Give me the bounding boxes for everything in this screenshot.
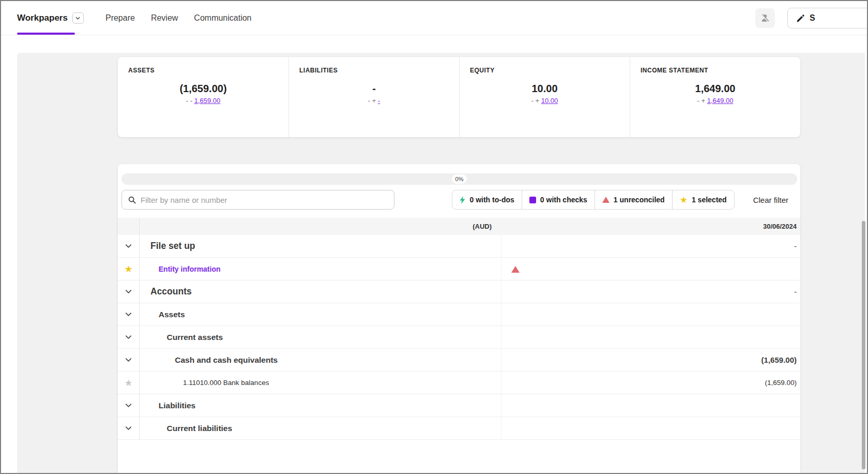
chevron-down-icon[interactable]	[125, 356, 132, 364]
summary-cards: ASSETS (1,659.00) - - 1,659.00 LIABILITI…	[118, 57, 800, 137]
star-icon[interactable]: ★	[124, 378, 132, 388]
summary-card-breakdown-prefix: - +	[697, 97, 707, 105]
filter-row: 0 with to-dos 0 with checks 1 unreconcil…	[121, 190, 797, 210]
row-label[interactable]: Entity information	[159, 265, 221, 273]
table-row[interactable]: ★ ★ File set up -	[118, 235, 800, 258]
row-name-cell: Current assets	[140, 326, 501, 348]
row-value-cell: -	[501, 235, 800, 257]
edit-button-label: S	[810, 13, 815, 23]
summary-card-link[interactable]: 1,649.00	[707, 97, 734, 105]
table-row[interactable]: ★ ★ Liabilities	[118, 394, 800, 417]
person-slash-icon	[760, 13, 770, 23]
row-label[interactable]: Liabilities	[159, 401, 196, 410]
row-lead-cell: ★ ★	[118, 303, 140, 325]
table-row[interactable]: ★ ★ Accounts -	[118, 280, 800, 303]
row-label[interactable]: 1.11010.000 Bank balances	[183, 379, 269, 387]
hide-reviewer-button[interactable]	[755, 8, 775, 28]
clear-filter-button[interactable]: Clear filter	[753, 196, 788, 204]
row-name-cell: Entity information	[140, 258, 501, 280]
row-value-cell	[501, 417, 800, 439]
summary-card-link[interactable]: 10.00	[541, 97, 558, 105]
row-label[interactable]: File set up	[150, 241, 195, 251]
edit-button[interactable]: S	[787, 8, 868, 28]
summary-card-breakdown-prefix: - -	[186, 97, 194, 105]
chevron-down-icon[interactable]	[125, 424, 132, 432]
table-row[interactable]: ★ ★ 1.11010.000 Bank balances (1,659.00)	[118, 372, 800, 394]
star-icon[interactable]: ★	[124, 264, 132, 274]
summary-card-link[interactable]: 1,659.00	[194, 97, 221, 105]
filter-search-input[interactable]	[141, 196, 388, 204]
row-label[interactable]: Cash and cash equivalents	[175, 356, 278, 365]
workpapers-dropdown-button[interactable]	[72, 12, 84, 24]
row-value: -	[794, 287, 797, 296]
vertical-scrollbar-thumb[interactable]	[862, 221, 865, 469]
row-name-cell: 1.11010.000 Bank balances	[140, 372, 501, 394]
chevron-down-icon[interactable]	[125, 288, 132, 295]
row-label[interactable]: Accounts	[150, 286, 192, 297]
filter-segment[interactable]: ★ 1 selected	[672, 190, 734, 209]
row-label[interactable]: Current assets	[167, 333, 223, 342]
row-value-cell	[501, 394, 800, 417]
row-label[interactable]: Assets	[159, 310, 185, 319]
summary-card-breakdown: - + 1,649.00	[630, 97, 800, 105]
top-nav: Prepare Review Communication	[105, 13, 252, 23]
summary-card: EQUITY 10.00 - + 10.00	[459, 57, 630, 137]
check-square-icon	[529, 197, 536, 203]
table-body: ★ ★ File set up - ★ ★ Entity information	[118, 235, 800, 440]
summary-card-value: (1,659.00)	[118, 83, 288, 95]
row-name-cell: Liabilities	[140, 394, 501, 417]
row-value-cell: -	[501, 280, 800, 303]
unreconciled-triangle-icon	[511, 266, 520, 273]
summary-card-breakdown: - + -	[289, 97, 459, 105]
filter-segment[interactable]: 0 with checks	[522, 190, 595, 209]
row-value-cell	[501, 326, 800, 348]
table-row[interactable]: ★ ★ Current liabilities	[118, 417, 800, 440]
summary-card-breakdown: - + 10.00	[460, 97, 630, 105]
row-lead-cell: ★ ★	[118, 235, 140, 257]
row-lead-cell: ★ ★	[118, 372, 140, 394]
row-lead-cell: ★ ★	[118, 326, 140, 348]
table-header-row: (AUD) 30/06/2024	[118, 218, 800, 235]
chevron-down-icon[interactable]	[125, 402, 132, 409]
filter-segment[interactable]: 0 with to-dos	[452, 190, 521, 209]
star-icon: ★	[680, 196, 688, 204]
summary-card-value: -	[289, 83, 459, 95]
row-value-cell: (1,659.00)	[501, 349, 800, 371]
summary-card-label: EQUITY	[470, 67, 630, 74]
workpapers-panel: 0% 0 with to-dos 0 with checks 1 unrecon…	[118, 164, 800, 473]
search-icon	[128, 196, 136, 204]
tab-workpapers-label: Workpapers	[17, 13, 68, 23]
period-date-header: 30/06/2024	[501, 218, 800, 235]
workpapers-table: (AUD) 30/06/2024 ★ ★ File set up -	[118, 218, 800, 440]
summary-card-value: 1,649.00	[630, 83, 800, 95]
row-value: (1,659.00)	[765, 379, 797, 387]
summary-card-breakdown-prefix: - +	[368, 97, 378, 105]
chevron-down-icon	[75, 17, 80, 20]
filter-segment[interactable]: 1 unreconciled	[595, 190, 672, 209]
row-lead-cell: ★ ★	[118, 349, 140, 371]
triangle-icon	[602, 197, 610, 203]
row-lead-cell: ★ ★	[118, 280, 140, 303]
chevron-down-icon[interactable]	[125, 310, 132, 318]
currency-header: (AUD)	[140, 218, 501, 235]
table-header-lead-cell	[118, 218, 140, 235]
lightning-icon	[460, 196, 465, 204]
filter-search-box[interactable]	[121, 190, 394, 210]
row-value: (1,659.00)	[762, 356, 797, 364]
table-row[interactable]: ★ ★ Cash and cash equivalents (1,659.00)	[118, 349, 800, 372]
tab-workpapers[interactable]: Workpapers	[17, 1, 84, 35]
tab-communication[interactable]: Communication	[194, 13, 251, 23]
table-row[interactable]: ★ ★ Current assets	[118, 326, 800, 349]
row-name-cell: Cash and cash equivalents	[140, 349, 501, 371]
chevron-down-icon[interactable]	[125, 333, 132, 341]
row-label[interactable]: Current liabilities	[167, 424, 233, 433]
tab-prepare[interactable]: Prepare	[105, 13, 135, 23]
tab-review[interactable]: Review	[151, 13, 178, 23]
summary-card-link[interactable]: -	[378, 97, 380, 105]
chevron-down-icon[interactable]	[125, 242, 132, 250]
row-lead-cell: ★ ★	[118, 417, 140, 439]
table-row[interactable]: ★ ★ Assets	[118, 303, 800, 326]
topbar: Workpapers Prepare Review Communication …	[1, 1, 867, 35]
table-row[interactable]: ★ ★ Entity information	[118, 258, 800, 280]
summary-card-breakdown: - - 1,659.00	[118, 97, 288, 105]
